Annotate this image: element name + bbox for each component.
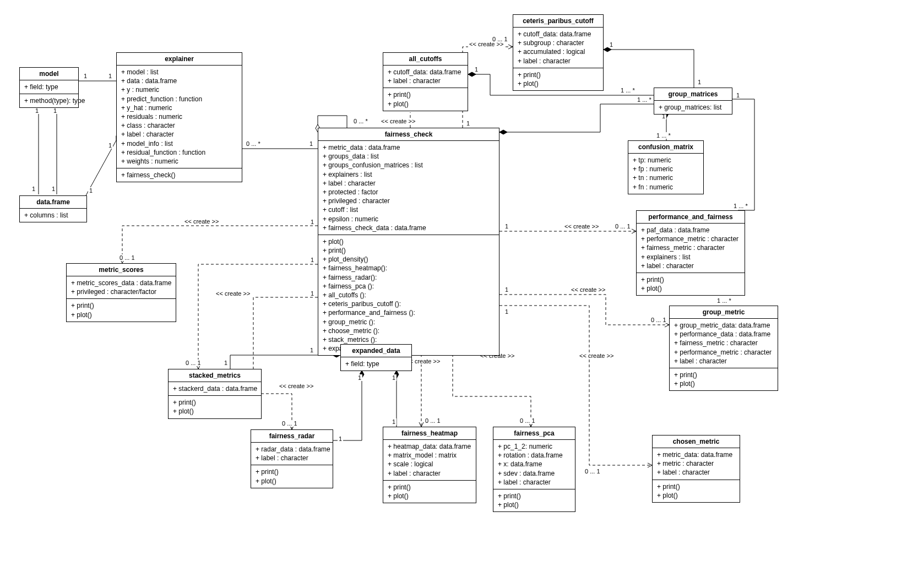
mult-label: 1 ... * bbox=[732, 203, 749, 209]
attr-row: + field: type bbox=[345, 360, 407, 368]
class-title: performance_and_fairness bbox=[637, 211, 745, 224]
attr-row: + tn : numeric bbox=[633, 173, 699, 182]
mult-label: 0 ... 1 bbox=[650, 317, 667, 323]
class-model: model + field: type + method(type): type bbox=[19, 67, 79, 108]
mult-label: 1 bbox=[357, 374, 362, 381]
mult-label: 1 bbox=[697, 79, 702, 85]
class-fairness-pca: fairness_pca + pc_1_2: numeric + rotatio… bbox=[493, 427, 575, 512]
mult-label: 1 ... * bbox=[716, 297, 732, 304]
attr-row: + cutoff_data: data.frame bbox=[518, 30, 599, 39]
op-row: + fairness_heatmap(): bbox=[323, 264, 495, 273]
op-row: + print() bbox=[388, 483, 471, 492]
class-title: fairness_pca bbox=[493, 427, 575, 440]
class-group-metric: group_metric + group_metric_data: data.f… bbox=[669, 306, 778, 391]
op-row: + plot_density() bbox=[323, 255, 495, 264]
attr-row: + y : numeric bbox=[121, 85, 237, 94]
attr-row: + label : character bbox=[388, 77, 463, 85]
class-fairness-check: fairness_check + metric_data : data.fram… bbox=[318, 128, 499, 356]
op-row: + plot() bbox=[641, 284, 740, 293]
class-dataframe: data.frame + columns : list bbox=[19, 195, 87, 222]
class-title: expanded_data bbox=[341, 345, 411, 357]
attr-row: + groups_confusion_matrices : list bbox=[323, 161, 495, 170]
class-title: explainer bbox=[117, 53, 242, 66]
class-title: ceteris_paribus_cutoff bbox=[513, 15, 603, 28]
mult-label: 1 bbox=[107, 73, 113, 79]
attr-row: + privileged : character/factor bbox=[71, 287, 171, 296]
attr-row: + label : character bbox=[641, 262, 740, 270]
mult-label: 1 ... * bbox=[636, 96, 653, 103]
op-row: + performance_and_fairness (): bbox=[323, 308, 495, 317]
mult-label: 1 bbox=[309, 347, 314, 353]
mult-label: 1 ... * bbox=[655, 132, 672, 139]
mult-label: 1 bbox=[309, 219, 315, 225]
op-row: + method(type): type bbox=[24, 96, 74, 105]
op-row: + print() bbox=[641, 275, 740, 284]
attr-row: + performance_metric : character bbox=[641, 235, 740, 243]
create-label-ms: << create >> bbox=[183, 218, 220, 225]
attr-row: + x: data.frame bbox=[498, 460, 571, 469]
attr-row: + fairness_metric : character bbox=[674, 339, 773, 347]
attr-row: + model_info : list bbox=[121, 139, 237, 148]
op-row: + print() bbox=[256, 467, 328, 476]
attr-row: + pc_1_2: numeric bbox=[498, 442, 571, 451]
op-row: + print() bbox=[674, 371, 773, 379]
attr-row: + heatmap_data: data.frame bbox=[388, 442, 471, 451]
attr-row: + group_matrices: list bbox=[659, 103, 727, 112]
attr-row: + cutoff_data: data.frame bbox=[388, 68, 463, 77]
op-row: + plot() bbox=[657, 491, 735, 500]
class-title: fairness_radar bbox=[251, 430, 333, 443]
attr-row: + model : list bbox=[121, 68, 237, 77]
attr-row: + fairness_metric : character bbox=[641, 243, 740, 252]
mult-label: 1 bbox=[391, 418, 397, 425]
class-title: fairness_heatmap bbox=[383, 427, 476, 440]
class-fairness-radar: fairness_radar + radar_data : data.frame… bbox=[251, 429, 333, 488]
attr-row: + fp : numeric bbox=[633, 165, 699, 173]
op-row: + ceteris_paribus_cutoff (): bbox=[323, 300, 495, 308]
mult-label: 1 bbox=[465, 120, 471, 127]
attr-row: + performance_data : data.frame bbox=[674, 330, 773, 339]
attr-row: + metric : character bbox=[657, 459, 735, 468]
class-expanded-data: expanded_data + field: type bbox=[340, 344, 412, 371]
op-row: + print() bbox=[657, 482, 735, 491]
mult-label: 0 ... 1 bbox=[584, 468, 601, 475]
op-row: + print() bbox=[498, 492, 571, 500]
op-row: + plot() bbox=[388, 492, 471, 500]
attr-row: + field: type bbox=[24, 83, 74, 91]
attr-row: + sdev : data.frame bbox=[498, 469, 571, 478]
op-row: + plot() bbox=[498, 500, 571, 509]
attr-row: + label : character bbox=[674, 357, 773, 366]
mult-label: 1 bbox=[309, 257, 315, 263]
class-title: metric_scores bbox=[67, 264, 176, 276]
op-row: + print() bbox=[518, 70, 599, 79]
attr-row: + weights : numeric bbox=[121, 157, 237, 166]
attr-row: + group_metric_data: data.frame bbox=[674, 321, 773, 330]
attr-row: + tp: numeric bbox=[633, 156, 699, 165]
mult-label: 0 ... 1 bbox=[614, 223, 632, 230]
attr-row: + groups_data : list bbox=[323, 152, 495, 161]
class-title: fairness_check bbox=[318, 128, 499, 141]
create-label-fr: << create >> bbox=[278, 383, 314, 389]
op-row: + plot() bbox=[518, 79, 599, 88]
class-metric-scores: metric_scores + metric_scores_data : dat… bbox=[66, 263, 176, 322]
class-group-matrices: group_matrices + group_matrices: list bbox=[654, 88, 732, 115]
class-title: chosen_metric bbox=[653, 435, 740, 448]
class-explainer: explainer + model : list + data : data.f… bbox=[116, 52, 242, 182]
class-performance-and-fairness: performance_and_fairness + paf_data : da… bbox=[636, 210, 745, 296]
attr-row: + residual_function : function bbox=[121, 148, 237, 157]
attr-row: + performance_metric : character bbox=[674, 348, 773, 357]
attr-row: + y_hat : numeric bbox=[121, 104, 237, 112]
create-label-sm: << create >> bbox=[215, 290, 251, 297]
op-row: + plot() bbox=[173, 407, 257, 416]
op-row: + fairness_pca (): bbox=[323, 282, 495, 291]
class-stacked-metrics: stacked_metrics + stackerd_data : data.f… bbox=[168, 369, 262, 419]
op-row: + print() bbox=[71, 301, 171, 310]
mult-label: 1 ... * bbox=[620, 87, 636, 94]
attr-row: + predict_function : function bbox=[121, 95, 237, 104]
mult-label: 1 bbox=[504, 223, 509, 230]
op-row: + stack_metrics (): bbox=[323, 335, 495, 344]
create-label-gm: << create >> bbox=[570, 286, 606, 293]
op-row: + all_cutoffs (): bbox=[323, 291, 495, 300]
mult-label: 0 ... 1 bbox=[491, 36, 509, 42]
mult-label: 1 bbox=[34, 107, 40, 114]
attr-row: + class : character bbox=[121, 121, 237, 130]
